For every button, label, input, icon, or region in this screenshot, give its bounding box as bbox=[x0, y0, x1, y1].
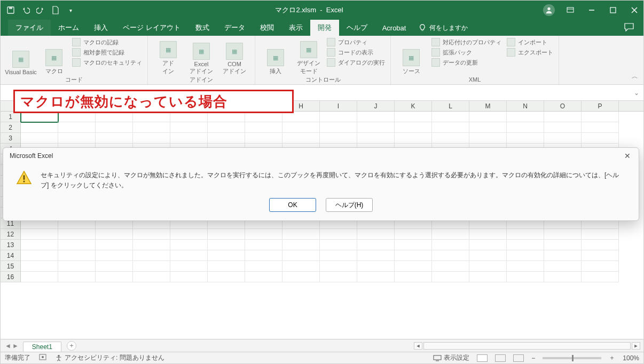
cell[interactable] bbox=[357, 133, 395, 144]
ribbon-button[interactable]: プロパティ bbox=[327, 38, 385, 46]
cell[interactable] bbox=[357, 261, 395, 272]
row-header[interactable]: 1 bbox=[1, 112, 21, 122]
ribbon-button[interactable]: 相対参照で記録 bbox=[72, 48, 142, 57]
redo-icon[interactable] bbox=[36, 5, 45, 15]
cell[interactable] bbox=[96, 133, 133, 144]
cell[interactable] bbox=[245, 229, 282, 240]
cell[interactable] bbox=[208, 122, 245, 133]
collapse-ribbon-icon[interactable]: ︿ bbox=[632, 72, 638, 81]
column-header[interactable]: J bbox=[357, 101, 395, 111]
row-header[interactable]: 15 bbox=[1, 261, 21, 272]
cell[interactable] bbox=[544, 133, 582, 144]
undo-icon[interactable] bbox=[21, 5, 30, 15]
ribbon-button[interactable]: データの更新 bbox=[431, 58, 501, 67]
column-header[interactable]: M bbox=[469, 101, 507, 111]
cell[interactable] bbox=[432, 261, 469, 272]
cell[interactable] bbox=[357, 229, 395, 240]
ribbon-button[interactable]: エクスポート bbox=[507, 48, 553, 57]
tab-ホーム[interactable]: ホーム bbox=[51, 20, 87, 36]
cell[interactable] bbox=[469, 261, 507, 272]
cell[interactable] bbox=[170, 250, 208, 261]
ribbon-button[interactable]: コードの表示 bbox=[327, 48, 385, 57]
cell[interactable] bbox=[21, 112, 58, 122]
cell[interactable] bbox=[96, 229, 133, 240]
cell[interactable] bbox=[469, 250, 507, 261]
cell[interactable] bbox=[395, 261, 432, 272]
cell[interactable] bbox=[170, 112, 208, 122]
save-icon[interactable] bbox=[6, 5, 15, 15]
row-header[interactable]: 14 bbox=[1, 250, 21, 261]
cell[interactable] bbox=[507, 261, 544, 272]
cell[interactable] bbox=[544, 122, 582, 133]
cell[interactable] bbox=[208, 112, 245, 122]
scroll-right-icon[interactable]: ► bbox=[632, 342, 640, 350]
cell[interactable] bbox=[58, 272, 96, 282]
dialog-close-icon[interactable]: ✕ bbox=[623, 151, 632, 161]
cell[interactable] bbox=[432, 112, 469, 122]
cell[interactable] bbox=[170, 240, 208, 250]
tab-データ[interactable]: データ bbox=[217, 20, 253, 36]
horizontal-scrollbar[interactable]: ◄ ► bbox=[414, 342, 643, 350]
cell[interactable] bbox=[21, 122, 58, 133]
cell[interactable] bbox=[582, 229, 619, 240]
cell[interactable] bbox=[21, 240, 58, 250]
customize-icon[interactable]: ▾ bbox=[66, 5, 75, 15]
column-header[interactable]: K bbox=[395, 101, 432, 111]
cell[interactable] bbox=[357, 272, 395, 282]
cell[interactable] bbox=[320, 133, 357, 144]
cell[interactable] bbox=[320, 229, 357, 240]
cell[interactable] bbox=[133, 261, 170, 272]
cell[interactable] bbox=[395, 240, 432, 250]
cell[interactable] bbox=[582, 261, 619, 272]
ribbon-button[interactable]: インポート bbox=[507, 38, 553, 46]
cell[interactable] bbox=[320, 272, 357, 282]
cell[interactable] bbox=[58, 229, 96, 240]
display-settings[interactable]: 表示設定 bbox=[433, 353, 469, 362]
tab-挿入[interactable]: 挿入 bbox=[87, 20, 115, 36]
cell[interactable] bbox=[469, 229, 507, 240]
cell[interactable] bbox=[432, 229, 469, 240]
cell[interactable] bbox=[58, 112, 96, 122]
cell[interactable] bbox=[432, 133, 469, 144]
tab-Acrobat[interactable]: Acrobat bbox=[375, 20, 414, 36]
cell[interactable] bbox=[133, 229, 170, 240]
newfile-icon[interactable] bbox=[51, 5, 60, 15]
cell[interactable] bbox=[133, 272, 170, 282]
cell[interactable] bbox=[245, 261, 282, 272]
tell-me-search[interactable]: 何をしますか bbox=[419, 20, 468, 36]
ribbon-button[interactable]: ▦マクロ bbox=[39, 38, 69, 75]
ribbon-button[interactable]: 拡張パック bbox=[431, 48, 501, 57]
cell[interactable] bbox=[208, 261, 245, 272]
cell[interactable] bbox=[245, 272, 282, 282]
scroll-left-icon[interactable]: ◄ bbox=[414, 342, 422, 350]
cell[interactable] bbox=[544, 240, 582, 250]
sheet-nav-prev-icon[interactable]: ◄ bbox=[5, 342, 11, 350]
cell[interactable] bbox=[245, 240, 282, 250]
cell[interactable] bbox=[469, 272, 507, 282]
cell[interactable] bbox=[469, 112, 507, 122]
cell[interactable] bbox=[96, 240, 133, 250]
tab-file[interactable]: ファイル bbox=[8, 20, 51, 36]
cell[interactable] bbox=[21, 133, 58, 144]
ribbon-button[interactable]: ▦デザイン モード bbox=[294, 38, 324, 75]
cell[interactable] bbox=[469, 240, 507, 250]
column-header[interactable]: I bbox=[320, 101, 357, 111]
cell[interactable] bbox=[133, 250, 170, 261]
cell[interactable] bbox=[245, 133, 282, 144]
zoom-out-icon[interactable]: − bbox=[531, 354, 535, 362]
cell[interactable] bbox=[432, 250, 469, 261]
cell[interactable] bbox=[282, 261, 320, 272]
ribbon-button[interactable]: ダイアログの実行 bbox=[327, 58, 385, 67]
cell[interactable] bbox=[507, 240, 544, 250]
cell[interactable] bbox=[96, 250, 133, 261]
cell[interactable] bbox=[170, 272, 208, 282]
tab-ヘルプ[interactable]: ヘルプ bbox=[339, 20, 375, 36]
cell[interactable] bbox=[395, 112, 432, 122]
tab-ページ レイアウト[interactable]: ページ レイアウト bbox=[115, 20, 188, 36]
sheet-tab[interactable]: Sheet1 bbox=[23, 342, 61, 352]
cell[interactable] bbox=[282, 240, 320, 250]
cell[interactable] bbox=[320, 261, 357, 272]
cell[interactable] bbox=[582, 240, 619, 250]
cell[interactable] bbox=[282, 112, 320, 122]
cell[interactable] bbox=[282, 122, 320, 133]
